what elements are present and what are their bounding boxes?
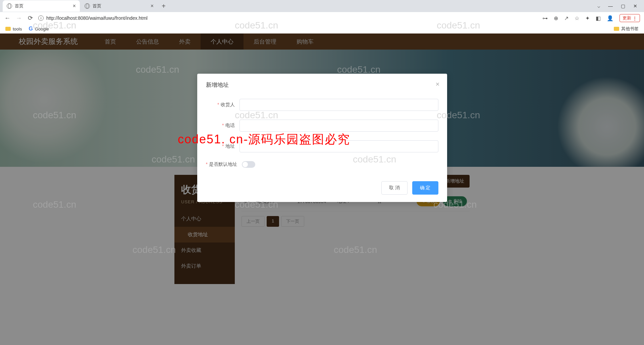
url-text: http://localhost:8080/waimaifuwu/front/i… [46,15,148,21]
bookmark-tools[interactable]: tools [5,26,22,31]
new-tab-button[interactable]: + [158,2,169,10]
close-icon[interactable]: × [151,3,154,9]
address-input[interactable] [239,140,438,152]
zoom-icon[interactable]: ⊕ [554,15,558,21]
bookmark-google[interactable]: GGoogle [29,26,49,32]
confirm-button[interactable]: 确 定 [412,181,438,195]
star-icon[interactable]: ☆ [575,15,579,21]
reload-icon[interactable]: ⟳ [27,14,34,22]
share-icon[interactable]: ↗ [564,15,569,21]
browser-chrome: 首页 × 首页 × + ⌵ — ▢ ✕ ← → ⟳ i http://local… [0,0,644,33]
back-icon[interactable]: ← [4,15,11,22]
label-phone: 电话 [225,123,235,128]
tab-bar: 首页 × 首页 × + ⌵ — ▢ ✕ [0,0,644,12]
form-row-receiver: *收货人 [206,99,438,111]
modal-title: 新增地址 [206,81,438,89]
form-row-address: *地址 [206,140,438,152]
form-row-default: *是否默认地址 [206,161,438,168]
key-icon[interactable]: ⊶ [542,15,548,21]
minimize-icon[interactable]: — [608,3,613,9]
info-icon[interactable]: i [38,15,44,21]
profile-icon[interactable]: 👤 [607,15,613,21]
forward-icon[interactable]: → [15,15,22,22]
label-address: 地址 [225,143,235,149]
phone-input[interactable] [239,120,438,132]
window-controls: ⌵ — ▢ ✕ [597,3,644,9]
google-icon: G [29,26,33,32]
extensions-icon[interactable]: ✦ [585,15,590,21]
default-switch[interactable] [242,161,255,168]
address-bar: ← → ⟳ i http://localhost:8080/waimaifuwu… [0,12,644,24]
url-input[interactable]: i http://localhost:8080/waimaifuwu/front… [38,15,538,21]
receiver-input[interactable] [239,99,438,111]
close-window-icon[interactable]: ✕ [633,3,637,9]
form-row-phone: *电话 [206,120,438,132]
add-address-modal: 新增地址 × *收货人 *电话 *地址 *是否默认地址 取 消 确 定 [197,74,447,202]
browser-tab[interactable]: 首页 × [80,0,158,12]
modal-footer: 取 消 确 定 [206,181,438,195]
bookmarks-bar: tools GGoogle 其他书签 [0,24,644,33]
chevron-down-icon[interactable]: ⌵ [597,3,600,9]
globe-icon [7,3,12,9]
close-icon[interactable]: × [73,3,76,9]
tab-title: 首页 [93,3,101,9]
folder-icon [614,27,619,31]
folder-icon [5,27,11,31]
update-button[interactable]: 更新 ⋮ [620,14,640,22]
bookmark-other[interactable]: 其他书签 [614,26,639,32]
label-default: 是否默认地址 [209,161,237,167]
label-receiver: 收货人 [221,102,235,107]
browser-tab[interactable]: 首页 × [3,0,80,12]
close-icon[interactable]: × [436,80,440,88]
panel-icon[interactable]: ◧ [596,15,601,21]
tab-title: 首页 [15,3,23,9]
cancel-button[interactable]: 取 消 [381,181,408,195]
globe-icon [85,3,90,9]
modal-overlay[interactable]: 新增地址 × *收货人 *电话 *地址 *是否默认地址 取 消 确 定 [0,33,644,345]
maximize-icon[interactable]: ▢ [621,3,625,9]
